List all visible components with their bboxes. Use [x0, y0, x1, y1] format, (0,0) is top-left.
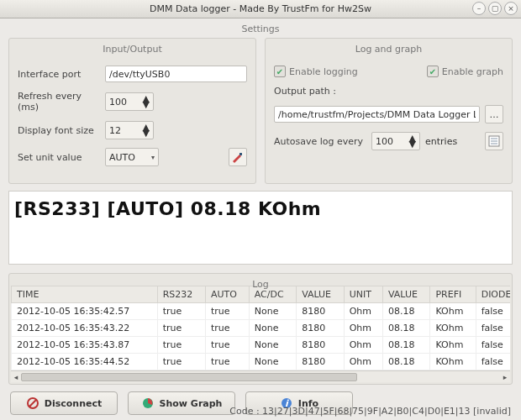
- autosave-spinner[interactable]: 100 ▲▼: [371, 132, 420, 150]
- table-cell: None: [249, 354, 296, 370]
- panel-input-output: Input/Output Interface port Refresh ever…: [8, 38, 256, 184]
- table-cell: KOhm: [430, 320, 476, 337]
- interface-port-label: Interface port: [18, 69, 100, 80]
- table-cell: false: [476, 320, 510, 337]
- unit-value: AUTO: [109, 152, 135, 163]
- table-cell: 8180: [297, 354, 344, 370]
- font-label: Display font size: [18, 125, 100, 136]
- scroll-left-icon[interactable]: ◂: [11, 371, 21, 383]
- table-cell: 08.18: [383, 303, 430, 320]
- enable-graph-label: Enable graph: [442, 66, 503, 77]
- font-value: 12: [109, 125, 121, 136]
- measurement-display: [RS233] [AUTO] 08.18 KOhm: [8, 191, 513, 265]
- table-cell: false: [476, 354, 510, 370]
- settings-tool-icon[interactable]: [229, 148, 247, 166]
- enable-logging-label: Enable logging: [289, 66, 358, 77]
- autosave-suffix: entries: [425, 136, 457, 147]
- chevron-down-icon: ▾: [151, 155, 155, 160]
- table-cell: 2012-10-05 16:35:43.87: [12, 337, 158, 354]
- unit-combo[interactable]: AUTO ▾: [105, 148, 159, 166]
- graph-icon: [141, 396, 155, 410]
- output-path-label: Output path :: [274, 86, 336, 97]
- maximize-icon[interactable]: ▢: [488, 2, 502, 15]
- table-cell: 2012-10-05 16:35:43.22: [12, 320, 158, 337]
- table-cell: Ohm: [344, 354, 382, 370]
- titlebar: DMM Data logger - Made By TrustFm for Hw…: [0, 0, 521, 18]
- log-table-scroll[interactable]: TIMERS232AUTOAC/DCVALUEUNITVALUEPREFIDIO…: [11, 286, 510, 370]
- table-cell: false: [476, 337, 510, 354]
- font-spinner[interactable]: 12 ▲▼: [105, 121, 154, 139]
- table-cell: true: [205, 320, 249, 337]
- window-title: DMM Data logger - Made By TrustFm for Hw…: [150, 3, 371, 14]
- scrollbar-thumb[interactable]: [21, 373, 357, 381]
- svg-rect-0: [239, 153, 242, 155]
- table-cell: 08.18: [383, 320, 430, 337]
- table-cell: 2012-10-05 16:35:42.57: [12, 303, 158, 320]
- autosave-label: Autosave log every: [274, 136, 366, 147]
- table-cell: None: [249, 303, 296, 320]
- minimize-icon[interactable]: –: [472, 2, 486, 15]
- log-section: Log TIMERS232AUTOAC/DCVALUEUNITVALUEPREF…: [8, 273, 513, 385]
- disconnect-icon: [26, 396, 39, 410]
- browse-path-button[interactable]: …: [485, 105, 503, 123]
- table-cell: true: [157, 303, 205, 320]
- interface-port-input[interactable]: [105, 66, 247, 82]
- panel-io-title: Input/Output: [9, 44, 255, 55]
- table-cell: 08.18: [383, 337, 430, 354]
- close-icon[interactable]: ×: [504, 2, 518, 15]
- spinner-arrows-icon[interactable]: ▲▼: [409, 135, 416, 147]
- table-cell: KOhm: [430, 303, 476, 320]
- table-cell: Ohm: [344, 320, 382, 337]
- enable-logging-checkbox[interactable]: [274, 66, 286, 77]
- table-row[interactable]: 2012-10-05 16:35:43.87truetrueNone8180Oh…: [12, 337, 511, 354]
- show-graph-button[interactable]: Show Graph: [128, 391, 235, 415]
- horizontal-scrollbar[interactable]: ◂ ▸: [11, 370, 510, 382]
- disconnect-button[interactable]: Disconnect: [10, 391, 118, 415]
- spinner-arrows-icon[interactable]: ▲▼: [143, 124, 150, 136]
- table-row[interactable]: 2012-10-05 16:35:42.57truetrueNone8180Oh…: [12, 303, 511, 320]
- scroll-right-icon[interactable]: ▸: [500, 371, 510, 383]
- panel-log-graph: Log and graph Enable logging Enable grap…: [265, 38, 513, 184]
- window-controls: – ▢ ×: [472, 2, 518, 15]
- disconnect-label: Disconnect: [45, 398, 102, 409]
- table-cell: Ohm: [344, 337, 382, 354]
- refresh-value: 100: [109, 97, 127, 108]
- refresh-spinner[interactable]: 100 ▲▼: [105, 92, 154, 111]
- svg-line-6: [29, 400, 36, 407]
- unit-label: Set unit value: [18, 152, 100, 163]
- table-row[interactable]: 2012-10-05 16:35:44.52truetrueNone8180Oh…: [12, 354, 511, 370]
- notes-icon[interactable]: [485, 132, 503, 150]
- table-cell: true: [205, 303, 249, 320]
- table-cell: true: [205, 337, 249, 354]
- table-cell: None: [249, 337, 296, 354]
- settings-heading: Settings: [8, 24, 513, 34]
- log-title: Log: [9, 279, 512, 290]
- table-cell: KOhm: [430, 354, 476, 370]
- log-table: TIMERS232AUTOAC/DCVALUEUNITVALUEPREFIDIO…: [11, 286, 510, 370]
- table-cell: 2012-10-05 16:35:44.52: [12, 354, 158, 370]
- table-cell: true: [205, 354, 249, 370]
- table-cell: true: [157, 320, 205, 337]
- table-cell: Ohm: [344, 303, 382, 320]
- measurement-text: [RS233] [AUTO] 08.18 KOhm: [14, 198, 507, 219]
- table-cell: None: [249, 320, 296, 337]
- table-cell: 8180: [297, 320, 344, 337]
- spinner-arrows-icon[interactable]: ▲▼: [143, 96, 150, 108]
- table-cell: 8180: [297, 337, 344, 354]
- table-cell: false: [476, 303, 510, 320]
- table-row[interactable]: 2012-10-05 16:35:43.22truetrueNone8180Oh…: [12, 320, 511, 337]
- output-path-input[interactable]: [274, 106, 480, 123]
- autosave-value: 100: [376, 136, 393, 147]
- table-cell: 08.18: [383, 354, 430, 370]
- status-code: Code : 13|27|3D|47|5F|68|75|9F|A2|B0|C4|…: [229, 406, 511, 417]
- table-cell: 8180: [297, 303, 344, 320]
- table-cell: KOhm: [430, 337, 476, 354]
- refresh-label: Refresh every (ms): [18, 91, 100, 113]
- table-cell: true: [157, 337, 205, 354]
- enable-graph-checkbox[interactable]: [427, 66, 439, 77]
- table-cell: true: [157, 354, 205, 370]
- show-graph-label: Show Graph: [160, 398, 223, 409]
- panel-lg-title: Log and graph: [266, 44, 512, 55]
